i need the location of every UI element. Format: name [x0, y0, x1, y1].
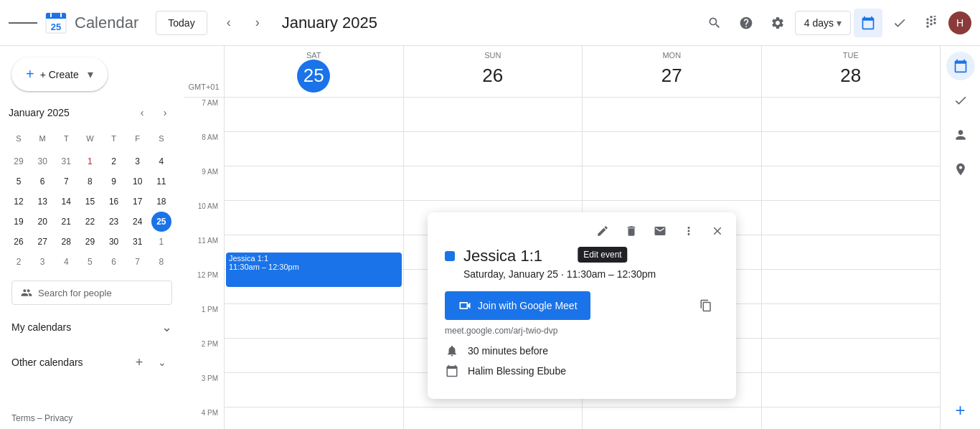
mini-cal-day[interactable]: 29 — [80, 232, 100, 252]
mini-cal-day[interactable]: 24 — [128, 212, 148, 232]
mini-cal-day[interactable]: 16 — [104, 192, 124, 212]
popup-close-button[interactable] — [705, 218, 730, 244]
prev-arrow[interactable]: ‹ — [216, 10, 242, 36]
mini-cal-day[interactable]: 3 — [32, 252, 52, 272]
mini-cal-day[interactable]: 2 — [9, 252, 29, 272]
time-slot-7am: 7 AM — [184, 98, 224, 132]
mini-cal-title: January 2025 — [9, 107, 70, 118]
mini-cal-days-of-week: S M T W T F S — [9, 128, 175, 148]
event-popup-overlay: Edit event — [428, 212, 736, 399]
day-abbr-mon: MON — [662, 51, 681, 60]
search-people[interactable]: Search for people — [11, 280, 172, 305]
mini-cal-day[interactable]: 2 — [104, 151, 124, 171]
right-sidebar-calendar-icon[interactable] — [946, 52, 975, 80]
time-slot-9am: 9 AM — [184, 166, 224, 201]
mini-cal-day[interactable]: 8 — [151, 252, 171, 272]
right-sidebar-maps-icon[interactable] — [946, 155, 975, 184]
day-num-tue[interactable]: 28 — [834, 60, 867, 93]
mini-cal-day[interactable]: 1 — [80, 151, 100, 171]
next-arrow[interactable]: › — [245, 10, 270, 36]
mini-cal-day[interactable]: 27 — [32, 232, 52, 252]
mini-cal-day[interactable]: 11 — [151, 171, 171, 192]
mini-cal-day[interactable]: 15 — [80, 192, 100, 212]
mini-cal-day[interactable]: 29 — [9, 151, 29, 171]
mini-cal-day[interactable]: 4 — [151, 151, 171, 171]
other-calendars-add-button[interactable]: + — [129, 352, 149, 372]
day-num-sun[interactable]: 26 — [476, 60, 509, 93]
svg-text:25: 25 — [51, 22, 61, 32]
mini-cal-day[interactable]: 13 — [32, 192, 52, 212]
today-button[interactable]: Today — [156, 11, 207, 35]
mini-cal-day[interactable]: 18 — [151, 192, 171, 212]
mini-cal-day[interactable]: 10 — [128, 171, 148, 192]
copy-link-button[interactable] — [693, 293, 719, 319]
other-calendars-chevron-button[interactable]: ⌄ — [152, 352, 172, 372]
popup-meet-link: meet.google.com/arj-twio-dvp — [445, 326, 719, 336]
mini-cal-day[interactable]: 4 — [56, 252, 76, 272]
mini-cal-day[interactable]: 6 — [32, 171, 52, 192]
mini-cal-day[interactable]: 17 — [128, 192, 148, 212]
mini-cal-day[interactable]: 12 — [9, 192, 29, 212]
mini-cal-day-today[interactable]: 25 — [151, 212, 171, 232]
svg-rect-5 — [50, 13, 52, 17]
help-button[interactable] — [732, 9, 760, 37]
join-meet-button[interactable]: Join with Google Meet — [445, 291, 590, 320]
day-num-mon[interactable]: 27 — [655, 60, 688, 93]
mini-cal-day[interactable]: 14 — [56, 192, 76, 212]
mini-cal-day[interactable]: 30 — [32, 151, 52, 171]
other-calendars-section: Other calendars + ⌄ — [0, 346, 184, 378]
mini-cal-day[interactable]: 8 — [80, 171, 100, 192]
mini-cal-day[interactable]: 5 — [80, 252, 100, 272]
mini-cal-day[interactable]: 21 — [56, 212, 76, 232]
mini-cal-day[interactable]: 19 — [9, 212, 29, 232]
privacy-link[interactable]: Privacy — [44, 413, 72, 423]
my-calendars-title: My calendars — [11, 321, 71, 333]
apps-button[interactable] — [917, 9, 946, 37]
mini-cal-day[interactable]: 23 — [104, 212, 124, 232]
view-selector-chevron: ▾ — [837, 17, 842, 29]
right-sidebar-add-button[interactable]: + — [948, 397, 974, 423]
popup-more-button[interactable] — [676, 218, 702, 244]
mini-cal-day[interactable]: 3 — [128, 151, 148, 171]
tasks-view-button[interactable] — [885, 9, 914, 37]
terms-link[interactable]: Terms — [11, 413, 35, 423]
time-slot-8am: 8 AM — [184, 132, 224, 166]
create-button[interactable]: + + Create ▾ — [11, 57, 108, 91]
mini-cal-day[interactable]: 26 — [9, 232, 29, 252]
my-calendars-header[interactable]: My calendars ⌄ — [0, 314, 184, 341]
main-content: + + Create ▾ January 2025 ‹ › S M T W T … — [0, 46, 980, 429]
mini-cal-day[interactable]: 28 — [56, 232, 76, 252]
popup-edit-button[interactable]: Edit event — [590, 218, 616, 244]
search-button[interactable] — [700, 9, 729, 37]
view-selector[interactable]: 4 days ▾ — [795, 11, 851, 35]
user-avatar[interactable]: H — [948, 11, 971, 34]
jessica-event[interactable]: Jessica 1:1 11:30am – 12:30pm — [226, 253, 402, 287]
calendar-view-button[interactable] — [854, 9, 882, 37]
mini-cal-prev[interactable]: ‹ — [132, 103, 152, 123]
mini-cal-header: January 2025 ‹ › — [9, 103, 175, 123]
popup-delete-button[interactable] — [618, 218, 644, 244]
mini-cal-day[interactable]: 22 — [80, 212, 100, 232]
mini-cal-day[interactable]: 5 — [9, 171, 29, 192]
time-slot-1pm: 1 PM — [184, 304, 224, 339]
mini-cal-day[interactable]: 7 — [56, 171, 76, 192]
mini-cal-day[interactable]: 30 — [104, 232, 124, 252]
right-sidebar-contacts-icon[interactable] — [946, 121, 975, 149]
mini-cal-day[interactable]: 31 — [128, 232, 148, 252]
mini-cal-day[interactable]: 31 — [56, 151, 76, 171]
mini-cal-day[interactable]: 1 — [151, 232, 171, 252]
popup-email-button[interactable] — [647, 218, 673, 244]
join-meet-label: Join with Google Meet — [478, 300, 578, 311]
time-labels: 7 AM 8 AM 9 AM 10 AM 11 AM 12 PM 1 PM 2 … — [184, 98, 224, 429]
mini-cal-day[interactable]: 9 — [104, 171, 124, 192]
mini-cal-day[interactable]: 7 — [128, 252, 148, 272]
popup-content: Jessica 1:1 Saturday, January 25 · 11:30… — [428, 244, 736, 399]
mini-cal-day[interactable]: 6 — [104, 252, 124, 272]
mini-cal-day[interactable]: 20 — [32, 212, 52, 232]
hamburger-menu[interactable] — [9, 9, 37, 37]
day-num-sat[interactable]: 25 — [297, 60, 330, 93]
popup-calendar-row: Halim Blessing Ebube — [445, 364, 719, 377]
right-sidebar-tasks-icon[interactable] — [946, 86, 975, 115]
mini-cal-next[interactable]: › — [155, 103, 175, 123]
settings-button[interactable] — [763, 9, 792, 37]
